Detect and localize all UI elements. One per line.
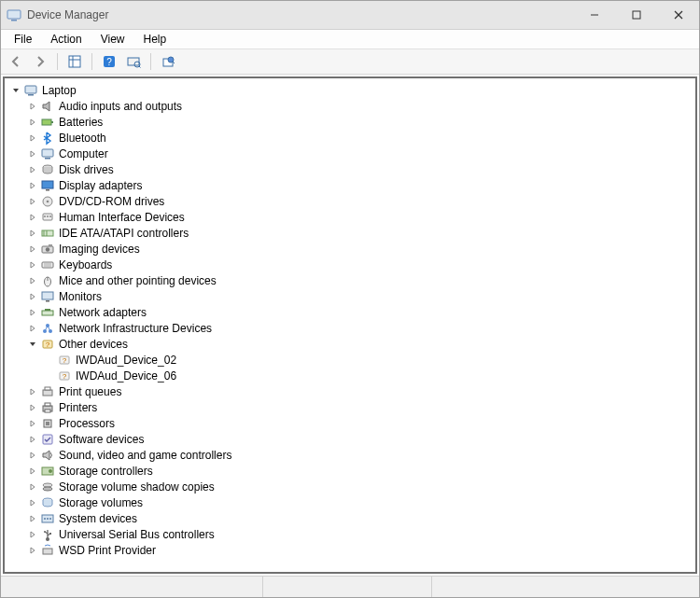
tree-node-label: Keyboards [59,258,112,271]
tree-node[interactable]: Storage controllers [5,463,695,479]
monitor-icon [40,289,55,304]
expand-icon[interactable] [27,117,38,128]
svg-point-71 [47,518,49,520]
tree-node[interactable]: Network adapters [5,304,695,320]
tree-node-label: DVD/CD-ROM drives [59,195,164,208]
expand-icon[interactable] [27,402,38,413]
expand-icon[interactable] [27,148,38,160]
tree-node[interactable]: Printers [5,399,695,415]
tree-node[interactable]: Audio inputs and outputs [5,98,695,114]
tree-node[interactable]: ?IWDAud_Device_02 [5,352,695,368]
svg-point-30 [47,216,49,217]
system-icon [40,511,55,526]
expand-icon[interactable] [27,243,38,255]
tree-node[interactable]: Human Interface Devices [5,209,695,225]
expand-icon[interactable] [27,196,38,207]
collapse-icon[interactable] [10,85,21,96]
tree-node[interactable]: WSD Print Provider [5,542,695,558]
tree-node[interactable]: Software devices [5,431,695,447]
computer-icon [23,83,38,98]
device-tree-panel[interactable]: LaptopAudio inputs and outputsBatteriesB… [3,76,697,574]
menu-view[interactable]: View [91,31,134,48]
sound-icon [40,448,55,463]
toolbar-back-button[interactable] [5,50,27,73]
display-icon [40,178,55,193]
expander-placeholder [44,370,55,382]
svg-rect-43 [42,292,53,299]
tree-node[interactable]: System devices [5,510,695,526]
expand-icon[interactable] [27,497,38,508]
expand-icon[interactable] [27,386,38,397]
toolbar-scan-hardware-button[interactable] [122,50,145,73]
collapse-icon[interactable] [27,339,38,350]
expand-icon[interactable] [27,481,38,493]
usb-icon [40,527,55,542]
tree-node[interactable]: DVD/CD-ROM drives [5,193,695,209]
tree-node[interactable]: Processors [5,415,695,431]
expand-icon[interactable] [27,259,38,271]
expand-icon[interactable] [27,450,38,461]
tree-node[interactable]: Universal Serial Bus controllers [5,526,695,542]
tree-node[interactable]: Bluetooth [5,130,695,146]
toolbar: ? [1,49,699,75]
maximize-button[interactable] [615,1,657,29]
svg-rect-77 [43,549,52,554]
minimize-button[interactable] [573,1,615,29]
tree-node[interactable]: Mice and other pointing devices [5,272,695,288]
menu-action[interactable]: Action [41,31,91,48]
tree-node[interactable]: Network Infrastructure Devices [5,320,695,336]
tree-node[interactable]: Batteries [5,114,695,130]
tree-node[interactable]: ?IWDAud_Device_06 [5,368,695,383]
expand-icon[interactable] [27,545,38,556]
expand-icon[interactable] [27,164,38,175]
tree-node[interactable]: Computer [5,146,695,161]
toolbar-help-button[interactable]: ? [98,50,120,73]
toolbar-properties-button[interactable] [157,50,179,73]
expand-icon[interactable] [27,101,38,112]
window-buttons [573,1,699,29]
toolbar-forward-button[interactable] [29,50,51,73]
tree-node-label: Computer [59,147,108,160]
expand-icon[interactable] [27,307,38,318]
expand-icon[interactable] [27,323,38,334]
menu-help[interactable]: Help [134,31,176,48]
expand-icon[interactable] [27,529,38,540]
toolbar-show-hide-tree-button[interactable] [63,50,86,73]
expand-icon[interactable] [27,180,38,191]
tree-node[interactable]: Sound, video and game controllers [5,447,695,463]
expand-icon[interactable] [27,275,38,286]
tree-node[interactable]: IDE ATA/ATAPI controllers [5,225,695,241]
tree-node-label: Printers [59,401,97,414]
tree-node-label: IWDAud_Device_02 [76,354,176,367]
tree-node[interactable]: Imaging devices [5,241,695,257]
svg-rect-25 [46,189,49,191]
tree-node[interactable]: Monitors [5,288,695,304]
expand-icon[interactable] [27,228,38,239]
expand-icon[interactable] [27,418,38,429]
tree-node[interactable]: Keyboards [5,257,695,272]
tree-node-label: Human Interface Devices [59,211,185,224]
expand-icon[interactable] [27,434,38,445]
tree-root-node[interactable]: Laptop [5,82,695,98]
menu-file[interactable]: File [5,31,41,48]
svg-rect-76 [49,533,51,535]
svg-rect-24 [42,181,53,188]
expand-icon[interactable] [27,466,38,477]
svg-rect-59 [45,403,50,406]
svg-rect-38 [42,262,53,268]
unknown-icon: ? [57,369,72,383]
tree-node[interactable]: Storage volumes [5,494,695,510]
battery-icon [40,115,55,130]
svg-rect-20 [51,121,53,123]
close-button[interactable] [657,1,699,29]
expand-icon[interactable] [27,291,38,302]
svg-rect-45 [42,311,53,315]
expand-icon[interactable] [27,513,38,524]
expand-icon[interactable] [27,212,38,223]
tree-node[interactable]: ?Other devices [5,336,695,352]
tree-node[interactable]: Disk drives [5,161,695,177]
tree-node[interactable]: Storage volume shadow copies [5,479,695,494]
tree-node[interactable]: Print queues [5,383,695,399]
tree-node[interactable]: Display adapters [5,177,695,193]
expand-icon[interactable] [27,132,38,144]
